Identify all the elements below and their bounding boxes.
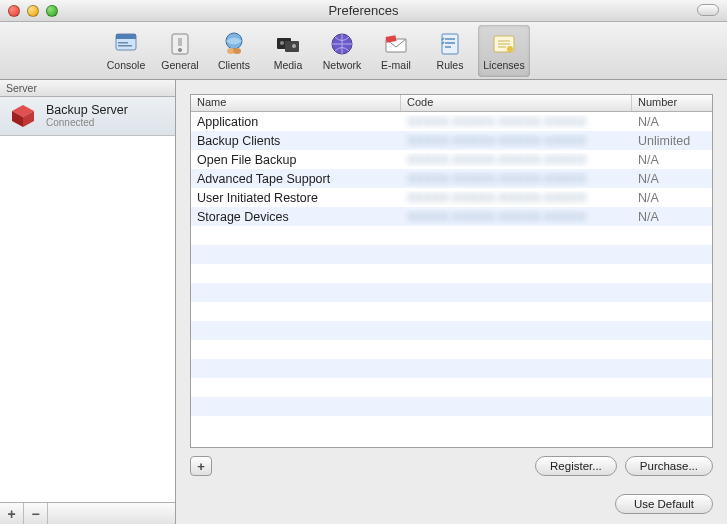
svg-rect-2: [118, 42, 128, 44]
window-title: Preferences: [0, 3, 727, 18]
licenses-table: Name Code Number ApplicationXXXXX-XXXXX-…: [190, 94, 713, 448]
tab-console[interactable]: Console: [100, 25, 152, 77]
table-row[interactable]: Advanced Tape SupportXXXXX-XXXXX-XXXXX-X…: [191, 169, 712, 188]
tab-network[interactable]: Network: [316, 25, 368, 77]
cell-name: User Initiated Restore: [191, 191, 401, 205]
remove-server-button[interactable]: −: [24, 503, 48, 524]
table-row-empty: [191, 321, 712, 340]
table-row-empty: [191, 283, 712, 302]
cell-name: Advanced Tape Support: [191, 172, 401, 186]
console-icon: [112, 30, 140, 58]
toolbar-label: Licenses: [483, 59, 524, 71]
cell-code: XXXXX-XXXXX-XXXXX-XXXXX: [401, 172, 632, 186]
rules-icon: [436, 30, 464, 58]
cell-number: N/A: [632, 172, 712, 186]
table-row[interactable]: Open File BackupXXXXX-XXXXX-XXXXX-XXXXXN…: [191, 150, 712, 169]
server-list-item[interactable]: Backup Server Connected: [0, 97, 175, 136]
cell-code: XXXXX-XXXXX-XXXXX-XXXXX: [401, 134, 632, 148]
table-controls-row: + Register... Purchase...: [190, 456, 713, 476]
table-row[interactable]: Storage DevicesXXXXX-XXXXX-XXXXX-XXXXXN/…: [191, 207, 712, 226]
globe-clients-icon: [220, 30, 248, 58]
table-row-empty: [191, 226, 712, 245]
svg-point-9: [233, 48, 241, 54]
table-row-empty: [191, 359, 712, 378]
table-row-empty: [191, 397, 712, 416]
table-row[interactable]: Backup ClientsXXXXX-XXXXX-XXXXX-XXXXXUnl…: [191, 131, 712, 150]
toolbar-label: General: [161, 59, 198, 71]
server-cube-icon: [8, 103, 38, 129]
tab-email[interactable]: E-mail: [370, 25, 422, 77]
cell-name: Backup Clients: [191, 134, 401, 148]
toolbar-label: Clients: [218, 59, 250, 71]
svg-point-13: [292, 44, 296, 48]
tab-licenses[interactable]: Licenses: [478, 25, 530, 77]
tab-media[interactable]: Media: [262, 25, 314, 77]
add-server-button[interactable]: +: [0, 503, 24, 524]
table-body: ApplicationXXXXX-XXXXX-XXXXX-XXXXXN/ABac…: [191, 112, 712, 447]
svg-rect-3: [118, 45, 132, 47]
license-icon: [490, 30, 518, 58]
table-row[interactable]: ApplicationXXXXX-XXXXX-XXXXX-XXXXXN/A: [191, 112, 712, 131]
cell-name: Open File Backup: [191, 153, 401, 167]
use-default-button[interactable]: Use Default: [615, 494, 713, 514]
server-sidebar: Server Backup Server Connected + −: [0, 80, 176, 524]
cell-number: Unlimited: [632, 134, 712, 148]
cell-number: N/A: [632, 191, 712, 205]
toolbar-label: Media: [274, 59, 303, 71]
table-row-empty: [191, 264, 712, 283]
sidebar-footer: + −: [0, 502, 175, 524]
network-icon: [328, 30, 356, 58]
toolbar-label: Console: [107, 59, 146, 71]
cell-code: XXXXX-XXXXX-XXXXX-XXXXX: [401, 153, 632, 167]
table-row-empty: [191, 245, 712, 264]
toolbar-label: Network: [323, 59, 362, 71]
window-titlebar: Preferences: [0, 0, 727, 22]
svg-point-6: [178, 48, 182, 52]
cell-name: Storage Devices: [191, 210, 401, 224]
cell-name: Application: [191, 115, 401, 129]
tab-general[interactable]: General: [154, 25, 206, 77]
server-status: Connected: [46, 117, 128, 128]
purchase-button[interactable]: Purchase...: [625, 456, 713, 476]
toolbar-label: E-mail: [381, 59, 411, 71]
media-icon: [274, 30, 302, 58]
register-button[interactable]: Register...: [535, 456, 617, 476]
main-content: Server Backup Server Connected + − Name …: [0, 80, 727, 524]
cell-code: XXXXX-XXXXX-XXXXX-XXXXX: [401, 115, 632, 129]
column-header-code[interactable]: Code: [401, 95, 632, 111]
table-row-empty: [191, 340, 712, 359]
toolbar-label: Rules: [437, 59, 464, 71]
svg-rect-11: [285, 41, 299, 52]
svg-rect-5: [178, 38, 182, 46]
svg-point-12: [280, 41, 284, 45]
email-icon: [382, 30, 410, 58]
table-header-row: Name Code Number: [191, 95, 712, 112]
cell-number: N/A: [632, 153, 712, 167]
svg-rect-1: [116, 34, 136, 39]
sidebar-header: Server: [0, 80, 175, 97]
cell-number: N/A: [632, 210, 712, 224]
cell-number: N/A: [632, 115, 712, 129]
column-header-name[interactable]: Name: [191, 95, 401, 111]
table-row-empty: [191, 378, 712, 397]
column-header-number[interactable]: Number: [632, 95, 712, 111]
table-row-empty: [191, 302, 712, 321]
add-license-button[interactable]: +: [190, 456, 212, 476]
licenses-pane: Name Code Number ApplicationXXXXX-XXXXX-…: [176, 80, 727, 524]
cell-code: XXXXX-XXXXX-XXXXX-XXXXX: [401, 210, 632, 224]
tab-clients[interactable]: Clients: [208, 25, 260, 77]
server-name: Backup Server: [46, 103, 128, 117]
svg-rect-17: [442, 34, 458, 54]
svg-point-19: [507, 46, 513, 52]
sidebar-empty-area: [0, 136, 175, 502]
cell-code: XXXXX-XXXXX-XXXXX-XXXXX: [401, 191, 632, 205]
table-row[interactable]: User Initiated RestoreXXXXX-XXXXX-XXXXX-…: [191, 188, 712, 207]
preferences-toolbar: Console General Clients Media Network E-…: [0, 22, 727, 80]
switch-icon: [166, 30, 194, 58]
tab-rules[interactable]: Rules: [424, 25, 476, 77]
footer-row: Use Default: [190, 476, 713, 514]
toolbar-toggle-button[interactable]: [697, 4, 719, 16]
